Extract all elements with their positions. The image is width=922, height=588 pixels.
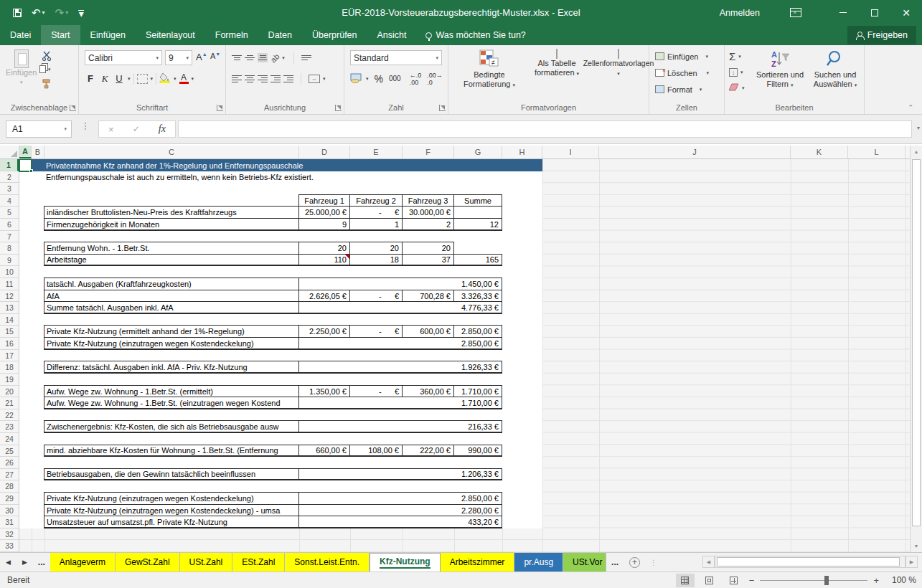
row-header-28[interactable]: 28 bbox=[0, 480, 19, 493]
table-value-cell[interactable]: 108,00 € bbox=[349, 445, 403, 457]
table-value-cell[interactable]: 2.250,00 € bbox=[298, 325, 350, 338]
collapse-ribbon-icon[interactable]: ⌃ bbox=[908, 104, 913, 111]
normal-view-button[interactable] bbox=[676, 574, 695, 587]
sheet-tab-est-zahl[interactable]: ESt.Zahl bbox=[232, 553, 285, 572]
fill-handle[interactable] bbox=[29, 169, 33, 173]
table-value-cell[interactable]: 1.710,00 € bbox=[453, 385, 502, 397]
row-header-5[interactable]: 5 bbox=[0, 207, 19, 219]
column-header-F[interactable]: F bbox=[403, 146, 454, 158]
enter-icon[interactable]: ✓ bbox=[133, 124, 140, 134]
table-value-cell[interactable]: 660,00 € bbox=[298, 445, 350, 457]
row-header-24[interactable]: 24 bbox=[0, 433, 19, 445]
table-row-label[interactable]: Aufw. Wege zw. Wohnung - 1.Betr.St. (erm… bbox=[44, 385, 299, 397]
page-break-view-button[interactable] bbox=[725, 574, 743, 587]
table-merged-value[interactable]: 2.280,00 € bbox=[298, 504, 502, 516]
table-header-cell[interactable]: Fahrzeug 3 bbox=[402, 194, 454, 207]
row-header-30[interactable]: 30 bbox=[0, 505, 19, 516]
ribbon-tab-datei[interactable]: Datei bbox=[0, 25, 41, 45]
fill-color-button[interactable] bbox=[159, 72, 171, 85]
row-header-6[interactable]: 6 bbox=[0, 219, 19, 231]
row-header-16[interactable]: 16 bbox=[0, 338, 19, 350]
table-value-cell[interactable]: 37 bbox=[402, 254, 454, 266]
active-cell-selection[interactable] bbox=[19, 159, 32, 172]
table-header-cell[interactable]: Summe bbox=[453, 194, 502, 207]
select-all-corner[interactable] bbox=[0, 146, 19, 158]
ribbon-tab-daten[interactable]: Daten bbox=[258, 25, 302, 45]
formula-bar-expand-icon[interactable]: ▾ bbox=[917, 125, 920, 131]
increase-decimal-icon[interactable]: ←.0.00 bbox=[410, 72, 422, 86]
copy-button[interactable]: ▾ bbox=[39, 65, 51, 73]
table-row-label[interactable]: Arbeitstage bbox=[44, 254, 299, 266]
table-value-cell[interactable]: - € bbox=[349, 290, 403, 302]
scroll-down-icon[interactable]: ▼ bbox=[911, 540, 922, 552]
cancel-icon[interactable]: × bbox=[108, 124, 114, 135]
table-row-label[interactable]: Private Kfz-Nutzung (einzutragen wegen K… bbox=[44, 337, 299, 350]
column-header-A[interactable]: A bbox=[19, 146, 32, 158]
table-row-label[interactable]: mind. abziehbare Kfz-Kosten für Wohnung … bbox=[44, 445, 299, 457]
table-value-cell[interactable]: 20 bbox=[349, 242, 403, 255]
sheet-tab-kfz-nutzung[interactable]: Kfz-Nutzung bbox=[370, 553, 441, 572]
align-left-icon[interactable] bbox=[232, 74, 242, 84]
fill-color-caret[interactable]: ▾ bbox=[174, 76, 177, 82]
shrink-font-button[interactable]: A▼ bbox=[210, 52, 220, 60]
sheet-tab-arbeitszimmer[interactable]: Arbeitszimmer bbox=[441, 553, 515, 572]
merge-center-caret[interactable]: ▾ bbox=[323, 76, 326, 82]
number-dialog-launcher[interactable] bbox=[439, 105, 446, 111]
worksheet-grid[interactable]: 1234567891011121314151617181920212223242… bbox=[0, 159, 910, 552]
align-right-icon[interactable] bbox=[258, 74, 268, 84]
table-merged-value[interactable]: 1.926,33 € bbox=[298, 361, 502, 374]
horizontal-scrollbar[interactable]: ◀ ▶ bbox=[702, 555, 918, 569]
sheet-tab-ust-vor[interactable]: USt.Vor bbox=[563, 553, 606, 572]
sort-filter-button[interactable]: AZ Sortieren undFiltern ▾ bbox=[752, 49, 808, 90]
font-size-combo[interactable]: 9▾ bbox=[165, 50, 192, 65]
tabbar-splitter[interactable]: ⋮ bbox=[646, 553, 662, 572]
format-cells-button[interactable]: Format▾ bbox=[655, 82, 702, 97]
row-header-18[interactable]: 18 bbox=[0, 361, 19, 374]
table-merged-value[interactable]: 1.206,33 € bbox=[298, 468, 502, 480]
merge-center-icon[interactable]: ↔ bbox=[309, 75, 320, 83]
column-header-G[interactable]: G bbox=[454, 146, 502, 158]
table-value-cell[interactable]: 600,00 € bbox=[402, 325, 454, 338]
row-header-33[interactable]: 33 bbox=[0, 540, 19, 552]
table-value-cell[interactable]: 990,00 € bbox=[453, 445, 502, 457]
table-merged-value[interactable]: 1.450,00 € bbox=[298, 278, 502, 290]
zoom-out-button[interactable]: − bbox=[749, 575, 755, 586]
percent-style-button[interactable]: % bbox=[375, 73, 383, 85]
sheet-nav-left-icon[interactable]: ◀ bbox=[0, 553, 17, 572]
row-header-1[interactable]: 1 bbox=[0, 159, 19, 171]
bold-button[interactable]: F bbox=[85, 73, 96, 84]
table-row-label[interactable]: Betriebsausgaben, die den Gewinn tatsäch… bbox=[44, 468, 299, 480]
customize-qat-icon[interactable]: ▾ bbox=[78, 10, 84, 15]
table-header-cell[interactable]: Fahrzeug 2 bbox=[349, 194, 403, 207]
table-row-label[interactable]: Entfernung Wohn. - 1.Betr.St. bbox=[44, 242, 299, 255]
increase-indent-icon[interactable] bbox=[283, 74, 293, 84]
table-row-label[interactable]: tatsächl. Ausgaben (Kraftfahrzeugkosten) bbox=[44, 278, 299, 290]
formula-input[interactable] bbox=[178, 120, 912, 138]
row-header-12[interactable]: 12 bbox=[0, 290, 19, 302]
table-merged-value[interactable]: 4.776,33 € bbox=[298, 301, 502, 314]
table-value-cell[interactable]: 110 bbox=[298, 254, 350, 266]
ribbon-tab-formeln[interactable]: Formeln bbox=[205, 25, 258, 45]
row-header-3[interactable]: 3 bbox=[0, 183, 19, 195]
column-header-E[interactable]: E bbox=[350, 146, 403, 158]
underline-button[interactable]: U bbox=[113, 73, 125, 84]
row-header-21[interactable]: 21 bbox=[0, 397, 19, 409]
conditional-formatting-button[interactable]: ≠ BedingteFormatierung ▾ bbox=[457, 49, 522, 90]
clear-button[interactable]: ▾ bbox=[729, 80, 745, 95]
row-header-7[interactable]: 7 bbox=[0, 231, 19, 242]
sheet-nav-right-icon[interactable]: ▶ bbox=[17, 553, 33, 572]
sign-in-button[interactable]: Anmelden bbox=[720, 8, 760, 18]
table-value-cell[interactable]: 165 bbox=[453, 254, 502, 266]
column-header-B[interactable]: B bbox=[32, 146, 44, 158]
font-family-combo[interactable]: Calibri▾ bbox=[85, 50, 162, 65]
autosum-button[interactable]: Σ▾ bbox=[729, 49, 741, 64]
decrease-indent-icon[interactable] bbox=[271, 74, 281, 84]
share-button[interactable]: Freigeben bbox=[847, 26, 916, 44]
table-merged-value[interactable]: 433,20 € bbox=[298, 516, 502, 528]
clipboard-dialog-launcher[interactable] bbox=[70, 105, 76, 111]
row-header-29[interactable]: 29 bbox=[0, 493, 19, 505]
ribbon-display-options-icon[interactable] bbox=[790, 8, 801, 17]
table-row-label[interactable]: AfA bbox=[44, 290, 299, 302]
table-value-cell[interactable]: 222,00 € bbox=[402, 445, 454, 457]
new-sheet-button[interactable]: + bbox=[624, 553, 646, 572]
